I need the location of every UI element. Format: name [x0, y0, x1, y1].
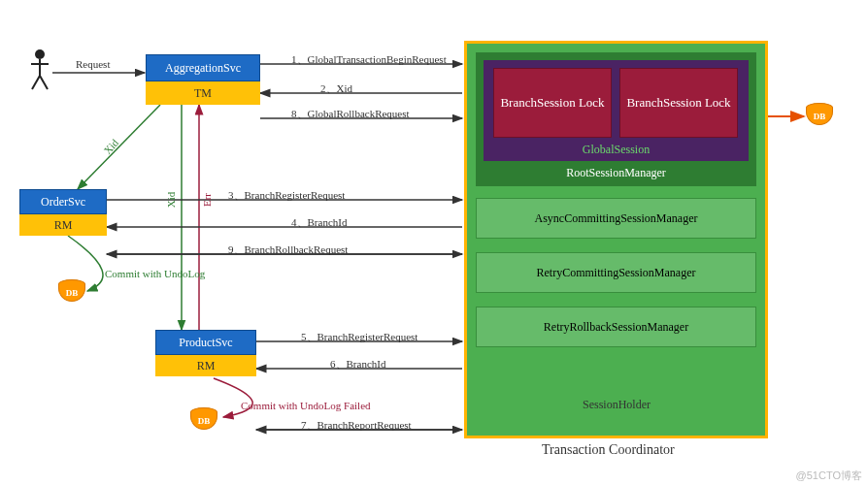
root-session-manager-label: RootSessionManager — [566, 166, 666, 180]
order-db: DB — [58, 279, 85, 302]
branch-lock-1: BranchSession Lock — [493, 68, 612, 138]
aggregation-svc: AggregationSvc — [146, 54, 260, 81]
msg-6: 6、BranchId — [330, 357, 385, 372]
async-committing-mgr: AsyncCommittingSessionManager — [476, 198, 756, 239]
global-session-label: GlobalSession — [583, 143, 650, 157]
err-label: Err — [201, 193, 213, 207]
svg-line-8 — [78, 105, 160, 189]
svg-line-24 — [40, 76, 48, 89]
order-role: RM — [19, 214, 107, 236]
tc-title: Transaction Coordinator — [542, 442, 675, 458]
branch-lock-2: BranchSession Lock — [619, 68, 738, 138]
xid-label-1: Xid — [101, 137, 120, 156]
msg-8: 8、GlobalRollbackRequest — [291, 107, 410, 121]
msg-9: 9、BranchRollbackRequest — [228, 242, 348, 257]
msg-2: 2、Xid — [320, 81, 352, 96]
msg-5: 5、BranchRegisterRequest — [301, 330, 417, 344]
msg-1: 1、GlobalTransactionBeginRequest — [291, 52, 447, 67]
external-db: DB — [806, 103, 833, 125]
product-db: DB — [190, 407, 217, 430]
xid-label-2: Xid — [165, 192, 177, 209]
session-holder-label: SessionHolder — [583, 398, 651, 412]
watermark: @51CTO博客 — [796, 469, 862, 483]
order-commit-label: Commit with UndoLog — [105, 268, 205, 279]
svg-line-23 — [32, 76, 40, 89]
request-label: Request — [76, 58, 110, 70]
order-svc: OrderSvc — [19, 189, 107, 214]
product-commit-label: Commit with UndoLog Failed — [241, 400, 371, 411]
svg-point-20 — [35, 49, 45, 59]
retry-rollback-mgr: RetryRollbackSessionManager — [476, 307, 756, 347]
retry-committing-mgr: RetryCommittingSessionManager — [476, 252, 756, 293]
product-svc: ProductSvc — [155, 330, 256, 355]
aggregation-role: TM — [146, 81, 260, 105]
msg-4: 4、BranchId — [291, 215, 347, 230]
product-role: RM — [155, 355, 256, 376]
msg-3: 3、BranchRegisterRequest — [228, 188, 345, 203]
msg-7: 7、BranchReportRequest — [301, 418, 412, 433]
